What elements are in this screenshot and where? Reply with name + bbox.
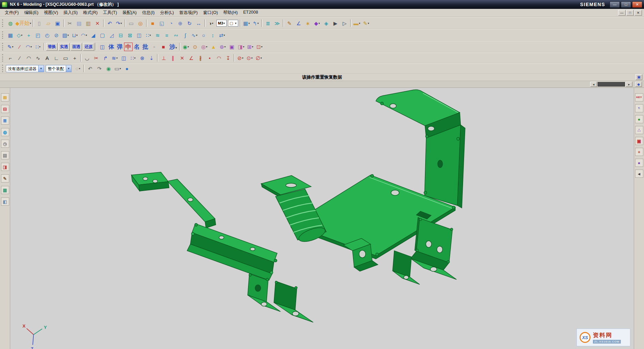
- edit-object-display-button[interactable]: ◈: [322, 19, 331, 28]
- corner-tool-button[interactable]: ∟: [52, 53, 61, 62]
- save-file-button[interactable]: ▣: [53, 19, 62, 28]
- edge-blend-button[interactable]: ◠▾: [79, 31, 89, 39]
- sketch-fillet-button[interactable]: ◡: [82, 53, 92, 62]
- process-studio-button[interactable]: ◨: [1, 163, 9, 171]
- thread-button[interactable]: ⊙: [190, 42, 200, 51]
- center-tool-button[interactable]: 中: [124, 43, 133, 51]
- body-filter-button[interactable]: 体: [107, 43, 116, 51]
- translucent-face-button[interactable]: 面透: [71, 43, 82, 51]
- dialog-rail-icon[interactable]: ◆: [635, 82, 642, 87]
- selection-filter-combo[interactable]: 没有选择过滤器 ▼: [6, 65, 44, 72]
- select-previous-button[interactable]: ↶: [86, 64, 95, 73]
- constraint-fix-button[interactable]: ↧: [224, 53, 233, 62]
- tube-button[interactable]: ○: [199, 31, 208, 39]
- annotation-button[interactable]: ✎▾: [362, 19, 371, 28]
- new-window-button[interactable]: ▦▾: [242, 19, 251, 28]
- toolbar-grip[interactable]: [2, 43, 4, 50]
- part-bottom-feet[interactable]: [248, 274, 313, 322]
- lasso-select-button[interactable]: ▭▾: [113, 64, 122, 73]
- extrude-button[interactable]: ◰: [33, 31, 43, 39]
- datum-csys-button[interactable]: +: [24, 31, 33, 39]
- add-item-button[interactable]: +: [635, 148, 643, 156]
- menu-item-view[interactable]: 视图(V): [41, 9, 61, 17]
- open-file-button[interactable]: ▱: [44, 19, 53, 28]
- through-curves-button[interactable]: ∫: [181, 31, 190, 39]
- constraint-parallel-button[interactable]: ∥: [168, 53, 178, 62]
- zoom-button[interactable]: ◔: [167, 19, 176, 28]
- menu-item-information[interactable]: 信息(I): [139, 9, 157, 17]
- interference-check-button[interactable]: ■: [159, 42, 168, 51]
- emboss-button[interactable]: ⊡▾: [255, 42, 264, 51]
- constraint-coincident-button[interactable]: ✕: [178, 53, 187, 62]
- copy-button[interactable]: ▤: [75, 19, 84, 28]
- menu-item-insert[interactable]: 插入(S): [61, 9, 80, 17]
- split-body-button[interactable]: ⊠: [125, 31, 135, 39]
- toolbar-grip[interactable]: [2, 65, 4, 72]
- wcs-triad[interactable]: X Y Z: [22, 323, 47, 349]
- replace-face-button[interactable]: 替换: [46, 43, 58, 51]
- draft-button[interactable]: ◿: [107, 31, 116, 39]
- offset-surface-button[interactable]: ≋: [153, 31, 162, 39]
- pocket-button[interactable]: ◨▾: [236, 42, 246, 51]
- selection-scope-combo[interactable]: 整个装配 ▼: [46, 65, 72, 72]
- menu-item-help[interactable]: 帮助(H): [220, 9, 240, 17]
- menu-item-et2008[interactable]: ET2008: [241, 9, 261, 17]
- reuse-library-button[interactable]: ◍: [1, 128, 9, 136]
- chamfer-button[interactable]: ◢: [89, 31, 98, 39]
- collapse-panel-button[interactable]: ◂: [635, 170, 643, 178]
- sew-button[interactable]: ∾: [171, 31, 181, 39]
- start-button[interactable]: ◆开始▾: [15, 19, 32, 28]
- constraint-angle-button[interactable]: ∠: [187, 53, 196, 62]
- pan-view-button[interactable]: ↔: [194, 19, 203, 28]
- diameter-dimension-button[interactable]: ∅▾: [254, 53, 263, 62]
- render-style-button[interactable]: ◑▾: [206, 19, 216, 28]
- shaded-select-button[interactable]: ●: [122, 64, 132, 73]
- system-scenes-button[interactable]: ▦: [1, 186, 9, 194]
- synchronous-modeling-button[interactable]: ⇄▾: [217, 31, 227, 39]
- assembly-navigator-button[interactable]: ⊞: [1, 93, 9, 101]
- constraint-midpoint-button[interactable]: ∦: [196, 53, 205, 62]
- menu-item-analysis[interactable]: 分析(L): [157, 9, 177, 17]
- batch-tool-button[interactable]: 批: [141, 43, 150, 51]
- view-in-layers-button[interactable]: ≣: [263, 19, 273, 28]
- menu-item-window[interactable]: 窗口(O): [200, 9, 220, 17]
- gradient-backgrounds-button[interactable]: ◧: [1, 197, 9, 206]
- quick-extend-button[interactable]: ↱: [101, 53, 110, 62]
- select-tool-button[interactable]: ▶: [331, 19, 340, 28]
- roles-button[interactable]: ✎: [1, 174, 9, 183]
- paste-button[interactable]: ▥: [84, 19, 93, 28]
- sketch-text-button[interactable]: A: [43, 53, 52, 62]
- pattern-curve-button[interactable]: ∷▾: [128, 53, 138, 62]
- material-ball-button[interactable]: ●: [635, 115, 643, 123]
- block-button[interactable]: ▧▾: [61, 31, 70, 39]
- rotate-view-button[interactable]: ↻: [185, 19, 194, 28]
- intersection-curve-button[interactable]: ⊗: [138, 53, 147, 62]
- viewport-3d[interactable]: X Y Z XS 资料网 ZL.XS1616.COM: [10, 88, 634, 349]
- part-navigator-button[interactable]: ≣: [1, 116, 9, 125]
- chevron-down-icon[interactable]: ▼: [38, 65, 44, 72]
- shell-button[interactable]: ▢: [98, 31, 107, 39]
- molecule-palette-button[interactable]: ∴: [635, 126, 643, 134]
- scroll-left-button[interactable]: ◂: [590, 82, 597, 87]
- conic-button[interactable]: ∿: [33, 53, 43, 62]
- swept-button[interactable]: ∿▾: [190, 31, 199, 39]
- angle-snap-button[interactable]: ∠: [294, 19, 303, 28]
- redo-button[interactable]: ↷▾: [114, 19, 124, 28]
- profile-button[interactable]: ⌐: [6, 53, 15, 62]
- curve-tool-button[interactable]: ∕: [15, 42, 24, 51]
- menu-item-format[interactable]: 格式(R): [80, 9, 100, 17]
- surface-tool-button[interactable]: ◠▾: [24, 42, 33, 51]
- close-button[interactable]: ✕: [632, 1, 642, 8]
- component-palette-button[interactable]: ▣: [635, 137, 643, 145]
- constraint-perpendicular-button[interactable]: ⊥: [159, 53, 168, 62]
- hole-button[interactable]: ⊘: [52, 31, 61, 39]
- datum-axis-button[interactable]: ↕: [208, 31, 217, 39]
- work-layer-button[interactable]: ▢▾: [228, 20, 238, 27]
- sketch-button[interactable]: ▦: [6, 31, 15, 39]
- true-shading-button[interactable]: M3▾: [216, 20, 227, 27]
- minimize-button[interactable]: —: [618, 10, 626, 16]
- constraint-navigator-button[interactable]: ⊟: [1, 105, 9, 113]
- quick-trim-button[interactable]: ✂: [92, 53, 101, 62]
- pad-button[interactable]: ⊞▾: [246, 42, 255, 51]
- find-component-button[interactable]: ∗: [303, 19, 312, 28]
